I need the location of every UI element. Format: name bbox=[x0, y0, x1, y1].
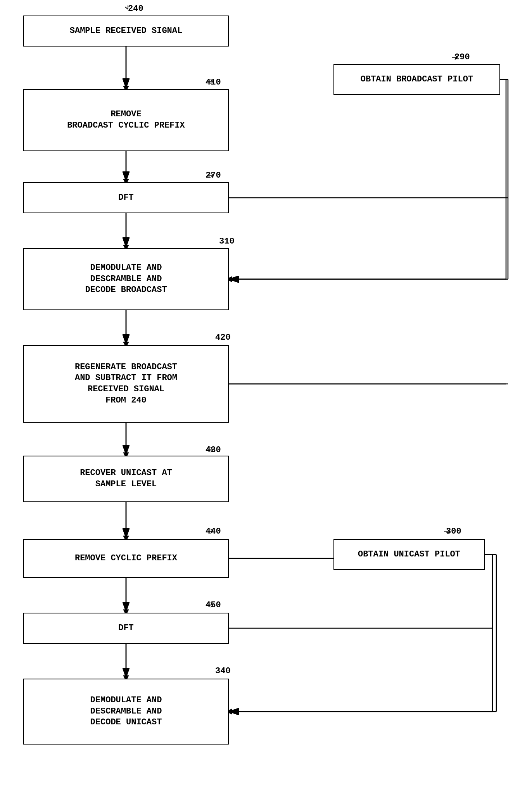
dft2-label: DFT bbox=[118, 623, 134, 634]
sample-received-signal-label: SAMPLE RECEIVED SIGNAL bbox=[70, 26, 182, 37]
obtain-broadcast-pilot-label: OBTAIN BROADCAST PILOT bbox=[361, 74, 473, 85]
demod-unicast-box: DEMODULATE AND DESCRAMBLE AND DECODE UNI… bbox=[23, 679, 229, 745]
demod-broadcast-label: DEMODULATE AND DESCRAMBLE AND DECODE BRO… bbox=[85, 263, 167, 296]
ref-440: 440 bbox=[206, 527, 221, 536]
sample-received-signal-box: SAMPLE RECEIVED SIGNAL bbox=[23, 16, 229, 47]
flowchart-diagram: SAMPLE RECEIVED SIGNAL REMOVE BROADCAST … bbox=[0, 0, 532, 793]
remove-cp-label: REMOVE CYCLIC PREFIX bbox=[75, 553, 177, 564]
dft1-box: DFT bbox=[23, 182, 229, 213]
remove-broadcast-cp-label: REMOVE BROADCAST CYCLIC PREFIX bbox=[67, 109, 185, 131]
ref-300: 300 bbox=[446, 527, 461, 536]
svg-line-40 bbox=[125, 7, 128, 9]
demod-unicast-label: DEMODULATE AND DESCRAMBLE AND DECODE UNI… bbox=[90, 695, 162, 728]
ref-430: 430 bbox=[206, 445, 221, 455]
ref-310: 310 bbox=[219, 237, 235, 246]
dft1-label: DFT bbox=[118, 192, 134, 204]
recover-unicast-box: RECOVER UNICAST AT SAMPLE LEVEL bbox=[23, 456, 229, 502]
remove-broadcast-cp-box: REMOVE BROADCAST CYCLIC PREFIX bbox=[23, 89, 229, 151]
obtain-unicast-pilot-box: OBTAIN UNICAST PILOT bbox=[333, 539, 485, 570]
remove-cp-box: REMOVE CYCLIC PREFIX bbox=[23, 539, 229, 578]
dft2-box: DFT bbox=[23, 613, 229, 644]
recover-unicast-label: RECOVER UNICAST AT SAMPLE LEVEL bbox=[80, 468, 172, 490]
ref-410: 410 bbox=[206, 78, 221, 87]
obtain-unicast-pilot-label: OBTAIN UNICAST PILOT bbox=[358, 549, 460, 560]
ref-450: 450 bbox=[206, 600, 221, 610]
ref-290: 290 bbox=[454, 52, 470, 62]
obtain-broadcast-pilot-box: OBTAIN BROADCAST PILOT bbox=[333, 64, 500, 95]
regenerate-label: REGENERATE BROADCAST AND SUBTRACT IT FRO… bbox=[75, 362, 177, 406]
ref-270: 270 bbox=[206, 171, 221, 180]
ref-340: 340 bbox=[215, 666, 231, 676]
ref-420: 420 bbox=[215, 333, 231, 342]
demod-broadcast-box: DEMODULATE AND DESCRAMBLE AND DECODE BRO… bbox=[23, 248, 229, 310]
ref-240: 240 bbox=[128, 4, 143, 14]
regenerate-box: REGENERATE BROADCAST AND SUBTRACT IT FRO… bbox=[23, 345, 229, 423]
